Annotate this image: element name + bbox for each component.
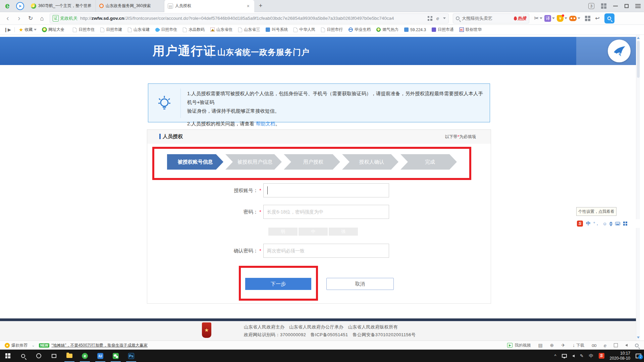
footer-line-1: 山东省人民政府主办 山东省人民政府办公厅承办 山东省人民政府版权所有 (244, 324, 398, 330)
sogou-tray-icon[interactable]: S (599, 353, 604, 359)
bookmark-item[interactable]: 59.224.3 (404, 27, 426, 32)
boost-icon[interactable]: ✈ (561, 343, 565, 348)
search-query[interactable]: 大熊猫街头卖艺 (462, 15, 492, 21)
tab-360-search[interactable]: 山东政务服务网_360搜索 (96, 0, 164, 12)
bookmark-nav-all[interactable]: + 网址大全 (42, 27, 64, 33)
emoji-icon[interactable]: ☺ (602, 221, 607, 226)
bookmark-item[interactable]: 日照市建 (100, 27, 122, 33)
cancel-button[interactable]: 取消 (326, 278, 394, 290)
translate-tool[interactable]: 译 (544, 15, 555, 22)
ime-tooltip[interactable]: 个性设置，点我看看 (576, 207, 616, 216)
nav-send-icon[interactable]: ➤ (16, 2, 24, 10)
bookmark-item[interactable]: +燃气热力 (376, 27, 398, 33)
my-video-button[interactable]: ▶我的视频 (507, 343, 531, 348)
tab-360-nav[interactable]: + 360导航_一个主页，整个世界 (28, 0, 96, 12)
ime-mode-chinese[interactable]: 中 (586, 221, 590, 227)
search-box[interactable]: 大熊猫街头卖艺 热搜 (453, 13, 529, 23)
bookmark-label: 水晶数码 (189, 27, 205, 33)
home-button[interactable]: ⌂ (36, 13, 48, 24)
ime-toolbar[interactable]: S 中 °， ☺ (575, 219, 644, 228)
password-input[interactable] (263, 205, 389, 219)
download-button[interactable]: ↓下载 (573, 343, 584, 348)
promo-label[interactable]: 爆款推荐 (11, 343, 28, 348)
compat-mode-icon[interactable]: e (436, 15, 439, 21)
wechat-button[interactable] (108, 350, 123, 362)
address-bar[interactable]: 证 党政机关 http://zwfw.sd.gov.cn/JIS/frontco… (50, 13, 449, 23)
undo-arrow-icon[interactable]: ↩ (595, 15, 599, 21)
bookmark-item[interactable]: 山东省三 (238, 27, 260, 33)
download-label: 下载 (576, 343, 584, 348)
qr-code-icon[interactable] (428, 16, 432, 21)
snapshot-icon[interactable]: ▤ (538, 343, 542, 348)
wallet-shield-tool[interactable]: ¥ (557, 15, 567, 22)
favorites-menu[interactable]: ★ 收藏 (19, 27, 37, 33)
ime-mode-indicator[interactable]: 中 (589, 353, 593, 359)
account-input[interactable] (263, 183, 389, 197)
360-browser-button[interactable]: e (77, 350, 93, 362)
bookmarks-expand-icon[interactable]: ❙▶ (4, 27, 15, 32)
mute-speaker-icon[interactable] (625, 344, 628, 347)
bookmark-item[interactable]: 毕业生档 (348, 27, 371, 33)
url-text[interactable]: http://zwfw.sd.gov.cn/JIS/frontcoruser/c… (80, 16, 394, 21)
compat-icon[interactable]: e (604, 343, 606, 348)
scroll-up-icon[interactable] (637, 37, 640, 39)
bookmark-item[interactable]: 中华人民 (293, 27, 315, 33)
notification-center-icon[interactable]: 2 (636, 354, 641, 358)
pen-icon[interactable]: ✎ (580, 353, 584, 358)
network-icon[interactable] (562, 354, 567, 358)
apps-grid-icon[interactable] (601, 3, 606, 9)
chevron-icon[interactable]: ⌄ (32, 343, 35, 348)
scrollbar-thumb[interactable] (637, 41, 640, 78)
bookmark-item[interactable]: 日照市通 (432, 27, 454, 33)
bookmark-item[interactable]: 叫号系统 (266, 27, 288, 33)
window-mode-icon[interactable] (614, 343, 618, 347)
bookmark-item[interactable]: IC联创世华 (460, 27, 482, 33)
bookmark-item[interactable]: 山东省建 (128, 27, 150, 33)
extensions-grid-icon[interactable] (585, 16, 590, 21)
news-headline-link[interactable]: “地摊婊”，不要4500万打胎费，靠偷生孩子成最大赢家 (51, 343, 148, 348)
scroll-down-icon[interactable] (637, 337, 640, 339)
taskbar-clock[interactable]: 10:17 2020-08-10 (610, 351, 630, 361)
chevron-down-icon[interactable] (443, 17, 446, 19)
tray-expand-icon[interactable]: ^ (554, 353, 556, 358)
ime-toolbox-icon[interactable] (623, 222, 627, 226)
cortana-button[interactable] (31, 350, 46, 362)
help-doc-link[interactable]: 帮助文档 (256, 121, 275, 126)
forward-button[interactable]: › (13, 13, 25, 24)
speed-mode-icon[interactable]: ⊕ (550, 343, 554, 348)
new-tab-button[interactable]: + (256, 2, 265, 10)
browser-logo-icon[interactable]: e (3, 2, 11, 10)
photoshop-button[interactable]: Ps (123, 350, 139, 362)
microphone-icon[interactable] (610, 222, 612, 226)
confirm-password-input[interactable] (263, 244, 389, 258)
screenshot-tool[interactable]: ✂ (534, 15, 542, 22)
taskbar-search-button[interactable] (15, 350, 31, 362)
refresh-button[interactable]: ↻ (25, 13, 36, 24)
incognito-icon[interactable]: oo (592, 343, 596, 348)
sogou-logo-icon[interactable]: S (577, 221, 583, 227)
page-scrollbar[interactable] (636, 35, 640, 341)
hot-search[interactable]: 热搜 (514, 15, 526, 21)
maximize-button[interactable] (625, 4, 629, 8)
bookmark-item[interactable]: 日照市住 (155, 27, 177, 33)
bookmark-item[interactable]: 日照市住 (73, 27, 95, 33)
back-button[interactable]: ‹ (2, 13, 13, 24)
file-explorer-button[interactable] (62, 350, 77, 362)
game-center-tool[interactable] (569, 16, 580, 21)
drag-search-chip[interactable] (604, 13, 614, 23)
start-button[interactable] (0, 350, 15, 362)
browser-menu-button[interactable] (635, 4, 641, 8)
bookmark-item[interactable]: 山东省住 (210, 27, 232, 33)
bookmark-item[interactable]: 水晶数码 (183, 27, 205, 33)
zoom-search-icon[interactable] (635, 344, 639, 347)
minimize-button[interactable] (613, 6, 618, 6)
tab-count-badge[interactable]: 3 (588, 3, 594, 9)
bookmark-item[interactable]: 日照市行 (321, 27, 343, 33)
tab-close-icon[interactable]: × (246, 3, 251, 9)
ime-punctuation[interactable]: °， (593, 221, 599, 227)
keyboard-icon[interactable] (615, 222, 620, 225)
iu-app-button[interactable]: iU (93, 350, 108, 362)
task-view-button[interactable] (46, 350, 62, 362)
volume-icon[interactable] (572, 355, 575, 357)
tab-person-auth-active[interactable]: ▤ 人员授权 × (164, 0, 254, 12)
